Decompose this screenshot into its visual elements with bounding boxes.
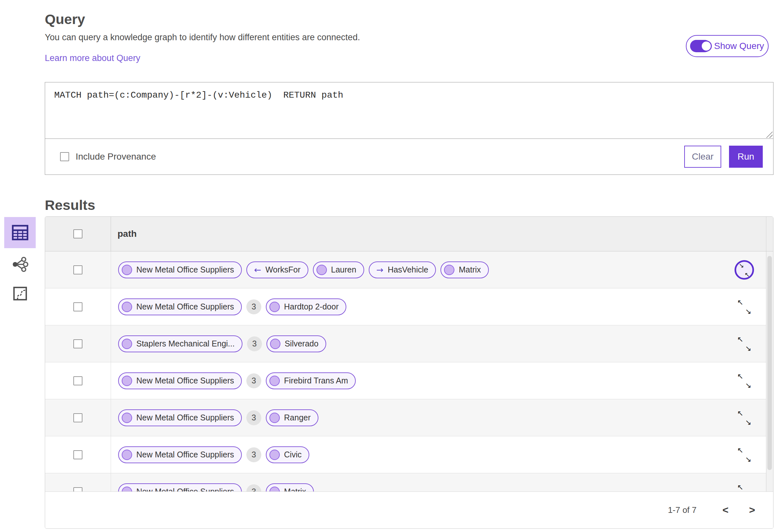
expand-arrow-icon: ↖ xyxy=(737,483,743,491)
expand-row-button[interactable]: ↖↘ xyxy=(737,410,752,425)
entity-node-icon xyxy=(269,413,280,423)
row-checkbox[interactable] xyxy=(73,302,82,312)
view-switch-table[interactable] xyxy=(4,217,36,248)
expand-row-button[interactable]: ↖↘ xyxy=(737,336,752,351)
query-footer: Include Provenance Clear Run xyxy=(45,139,773,175)
entity-node-icon xyxy=(269,376,280,386)
path-cell: New Metal Office Suppliers3Matrix xyxy=(111,483,773,492)
pagination-next-button[interactable]: > xyxy=(744,503,760,518)
entity-pill[interactable]: Staplers Mechanical Engi... xyxy=(118,335,242,352)
relationship-label: WorksFor xyxy=(265,265,301,274)
entity-pill[interactable]: Civic xyxy=(266,446,309,463)
header-scroll-corner xyxy=(766,217,773,251)
table-row: Staplers Mechanical Engi...3Silverado↖↘ xyxy=(45,325,773,362)
entity-pill[interactable]: New Metal Office Suppliers xyxy=(118,261,242,278)
run-button[interactable]: Run xyxy=(729,146,763,168)
entity-pill[interactable]: Lauren xyxy=(313,261,364,278)
map-icon xyxy=(11,285,29,302)
collapse-arrow-icon: ↖ xyxy=(744,271,750,278)
path-cell: New Metal Office Suppliers←WorksForLaure… xyxy=(111,261,773,278)
entity-pill[interactable]: Matrix xyxy=(266,483,314,492)
path-count-badge[interactable]: 3 xyxy=(246,410,261,425)
table-row: New Metal Office Suppliers3Matrix↖↘ xyxy=(45,473,773,492)
path-count-badge[interactable]: 3 xyxy=(247,336,262,351)
view-switch-link-chart[interactable] xyxy=(4,254,36,275)
table-row: New Metal Office Suppliers3Civic↖↘ xyxy=(45,436,773,473)
expand-arrow-icon: ↖ xyxy=(737,298,743,307)
entity-pill[interactable]: New Metal Office Suppliers xyxy=(118,409,242,426)
entity-pill[interactable]: New Metal Office Suppliers xyxy=(118,373,242,389)
entity-node-icon xyxy=(122,413,132,423)
include-provenance-checkbox[interactable] xyxy=(60,152,69,161)
learn-more-link[interactable]: Learn more about Query xyxy=(45,53,140,63)
row-checkbox[interactable] xyxy=(73,339,82,348)
table-row: New Metal Office Suppliers3Ranger↖↘ xyxy=(45,399,773,436)
table-row: New Metal Office Suppliers3Hardtop 2-doo… xyxy=(45,288,773,325)
show-query-toggle[interactable]: Show Query xyxy=(686,35,769,57)
results-rows: New Metal Office Suppliers←WorksForLaure… xyxy=(45,251,773,492)
entity-node-icon xyxy=(122,450,132,460)
entity-pill[interactable]: New Metal Office Suppliers xyxy=(118,298,242,315)
entity-pill[interactable]: Silverado xyxy=(266,335,326,352)
toggle-knob xyxy=(701,41,712,52)
entity-pill[interactable]: Ranger xyxy=(266,409,318,426)
query-panel: MATCH path=(c:Company)-[r*2]-(v:Vehicle)… xyxy=(45,82,774,175)
entity-node-icon xyxy=(122,302,132,312)
query-description: You can query a knowledge graph to ident… xyxy=(45,32,360,43)
path-count-badge[interactable]: 3 xyxy=(246,374,261,388)
path-count-badge[interactable]: 3 xyxy=(246,300,261,314)
entity-label: Civic xyxy=(284,450,302,459)
entity-label: New Metal Office Suppliers xyxy=(136,302,234,312)
expand-row-button[interactable]: ↖↘ xyxy=(737,447,752,462)
entity-label: New Metal Office Suppliers xyxy=(136,413,234,422)
view-switch-map[interactable] xyxy=(4,283,36,304)
row-checkbox[interactable] xyxy=(73,450,82,459)
relationship-pill[interactable]: ←WorksFor xyxy=(246,261,308,278)
vertical-scrollbar[interactable] xyxy=(766,251,773,492)
entity-node-icon xyxy=(122,376,132,386)
expand-arrow-icon: ↘ xyxy=(745,344,752,353)
collapse-row-button[interactable]: ↘↖ xyxy=(734,260,754,280)
entity-pill[interactable]: Firebird Trans Am xyxy=(266,373,356,389)
include-provenance-label: Include Provenance xyxy=(76,151,156,162)
expand-arrow-icon: ↖ xyxy=(737,372,743,381)
row-checkbox[interactable] xyxy=(73,376,82,385)
entity-label: Hardtop 2-door xyxy=(284,302,339,312)
collapse-arrow-icon: ↘ xyxy=(739,262,744,269)
entity-node-icon xyxy=(269,302,280,312)
expand-row-button[interactable]: ↖↘ xyxy=(737,374,752,388)
toggle-switch-icon[interactable] xyxy=(690,40,711,52)
entity-node-icon xyxy=(444,265,455,275)
expand-arrow-icon: ↖ xyxy=(737,446,743,455)
expand-row-button[interactable]: ↖↘ xyxy=(737,484,752,492)
path-cell: New Metal Office Suppliers3Ranger xyxy=(111,409,773,426)
row-checkbox[interactable] xyxy=(73,265,82,274)
entity-pill[interactable]: New Metal Office Suppliers xyxy=(118,483,242,492)
entity-node-icon xyxy=(316,265,327,275)
relationship-pill[interactable]: →HasVehicle xyxy=(369,261,436,278)
entity-pill[interactable]: Hardtop 2-door xyxy=(266,298,346,315)
expand-row-button[interactable]: ↖↘ xyxy=(737,300,752,314)
scrollbar-thumb[interactable] xyxy=(767,256,772,470)
entity-label: New Metal Office Suppliers xyxy=(136,450,234,459)
entity-node-icon xyxy=(270,339,281,349)
arrow-right-icon: → xyxy=(376,265,384,275)
resize-handle-icon[interactable] xyxy=(766,131,773,138)
relationship-label: HasVehicle xyxy=(387,265,428,274)
path-count-badge[interactable]: 3 xyxy=(246,447,261,462)
pagination-prev-button[interactable]: < xyxy=(718,503,733,518)
entity-label: New Metal Office Suppliers xyxy=(136,376,234,385)
pagination-range: 1-7 of 7 xyxy=(668,505,697,515)
entity-pill[interactable]: Matrix xyxy=(440,261,488,278)
table-icon xyxy=(10,222,30,243)
row-checkbox[interactable] xyxy=(73,413,82,422)
expand-arrow-icon: ↘ xyxy=(745,418,752,426)
entity-pill[interactable]: New Metal Office Suppliers xyxy=(118,446,242,463)
query-input[interactable]: MATCH path=(c:Company)-[r*2]-(v:Vehicle)… xyxy=(45,82,773,139)
select-all-checkbox[interactable] xyxy=(73,229,82,239)
chevron-left-icon: < xyxy=(723,504,729,516)
path-cell: New Metal Office Suppliers3Hardtop 2-doo… xyxy=(111,298,773,315)
clear-button[interactable]: Clear xyxy=(684,146,721,168)
path-count-badge[interactable]: 3 xyxy=(246,484,261,492)
path-cell: New Metal Office Suppliers3Firebird Tran… xyxy=(111,373,773,389)
